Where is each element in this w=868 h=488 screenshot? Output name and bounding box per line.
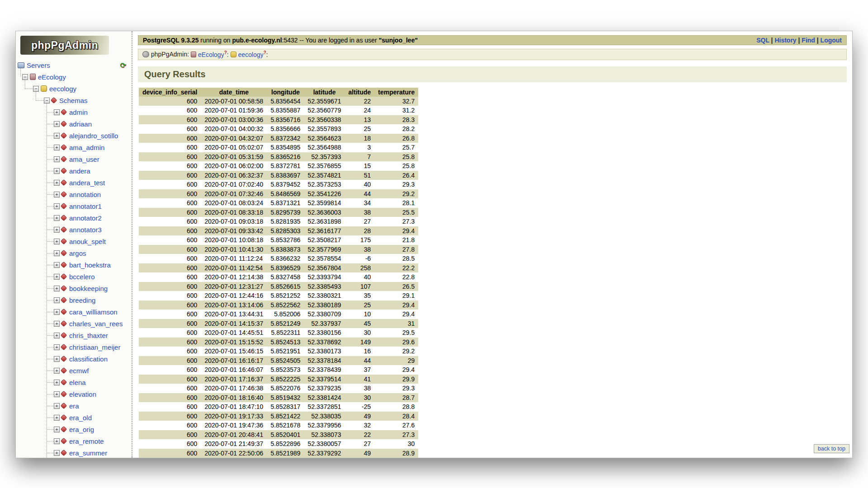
sidebar-item-schema[interactable]: +annotator2 — [16, 212, 132, 224]
expand-icon[interactable]: + — [54, 356, 60, 362]
expand-icon[interactable]: + — [54, 368, 60, 374]
sidebar-item-schema[interactable]: +argos — [16, 247, 132, 259]
sidebar-item-schema[interactable]: +ecmwf — [16, 365, 132, 376]
expand-icon[interactable]: + — [54, 450, 60, 456]
sidebar-item-schemas[interactable]: − Schemas — [16, 94, 132, 106]
sidebar-item-label[interactable]: christiaan_meijer — [69, 343, 120, 351]
sidebar-item-label[interactable]: elevation — [69, 390, 96, 398]
expand-icon[interactable]: + — [54, 168, 60, 174]
sidebar-item-label[interactable]: bart_hoekstra — [69, 261, 111, 269]
expand-icon[interactable]: + — [54, 274, 60, 280]
sidebar-item-server-eecology[interactable]: − eEcology — [16, 71, 132, 83]
expand-icon[interactable]: + — [54, 262, 60, 268]
sidebar-item-label[interactable]: chris_thaxter — [69, 332, 108, 339]
sidebar-item-label[interactable]: charles_van_rees — [69, 320, 123, 328]
sidebar-item-label[interactable]: argos — [69, 249, 86, 257]
sidebar-item-label[interactable]: era_old — [69, 414, 92, 422]
sidebar-item-database-eecology[interactable]: − eecology — [16, 83, 132, 94]
sidebar-item-label[interactable]: Servers — [27, 61, 50, 69]
sidebar-item-schema[interactable]: +elevation — [16, 388, 132, 400]
sidebar-item-label[interactable]: annotator1 — [69, 202, 102, 210]
sidebar-item-label[interactable]: breeding — [69, 296, 95, 304]
sidebar-item-label[interactable]: era_remote — [69, 437, 104, 445]
sidebar-item-label[interactable]: cara_williamson — [69, 308, 118, 316]
sidebar-item-label[interactable]: anouk_spelt — [69, 238, 106, 245]
sidebar-item-schema[interactable]: +alejandro_sotillo — [16, 130, 132, 141]
sidebar-item-label[interactable]: adriaan — [69, 120, 92, 128]
back-to-top-link[interactable]: back to top — [814, 444, 849, 453]
sidebar-item-schema[interactable]: +bccelero — [16, 271, 132, 282]
breadcrumb-server-link[interactable]: eEcology — [198, 51, 224, 58]
sidebar-item-schema[interactable]: +anouk_spelt — [16, 235, 132, 247]
expand-icon[interactable]: + — [54, 192, 60, 197]
sidebar-item-schema[interactable]: +era_orig — [16, 423, 132, 435]
sidebar-item-schema[interactable]: +annotator3 — [16, 224, 132, 235]
sidebar-item-schema[interactable]: +chris_thaxter — [16, 329, 132, 341]
expand-icon[interactable]: + — [54, 297, 60, 303]
topbar-link-logout[interactable]: Logout — [821, 37, 842, 44]
sidebar-item-schema[interactable]: +breeding — [16, 294, 132, 306]
collapse-icon[interactable]: − — [33, 86, 39, 92]
refresh-tree-icon[interactable]: ⟳ — [120, 61, 126, 70]
expand-icon[interactable]: + — [54, 427, 60, 432]
sidebar-item-schema[interactable]: +annotator1 — [16, 200, 132, 212]
topbar-link-find[interactable]: Find — [802, 37, 815, 44]
sidebar-item-label[interactable]: era — [69, 402, 79, 410]
sidebar-item-label[interactable]: Schemas — [59, 97, 88, 104]
sidebar-item-label[interactable]: alejandro_sotillo — [69, 132, 118, 140]
sidebar-item-schema[interactable]: +classification — [16, 353, 132, 365]
expand-icon[interactable]: + — [54, 380, 60, 385]
topbar-link-sql[interactable]: SQL — [756, 37, 769, 44]
sidebar-item-label[interactable]: annotator3 — [69, 226, 102, 234]
sidebar-item-label[interactable]: elena — [69, 379, 86, 386]
sidebar-item-label[interactable]: ecmwf — [69, 367, 89, 375]
sidebar-item-schema[interactable]: +era — [16, 400, 132, 412]
expand-icon[interactable]: + — [54, 121, 60, 127]
sidebar-item-label[interactable]: era_summer — [69, 449, 107, 457]
sidebar-item-label[interactable]: bookkeeping — [69, 285, 108, 292]
expand-icon[interactable]: + — [54, 391, 60, 397]
expand-icon[interactable]: + — [54, 239, 60, 244]
sidebar-item-schema[interactable]: +bookkeeping — [16, 282, 132, 294]
expand-icon[interactable]: + — [54, 403, 60, 409]
expand-icon[interactable]: + — [54, 321, 60, 327]
sidebar-item-schema[interactable]: +era_remote — [16, 435, 132, 447]
expand-icon[interactable]: + — [54, 309, 60, 315]
expand-icon[interactable]: + — [54, 215, 60, 221]
sidebar-item-label[interactable]: andera — [69, 167, 90, 175]
sidebar-item-label[interactable]: bccelero — [69, 273, 95, 281]
sidebar-item-schema[interactable]: +admin — [16, 106, 132, 118]
expand-icon[interactable]: + — [54, 145, 60, 150]
expand-icon[interactable]: + — [54, 286, 60, 291]
sidebar-item-schema[interactable]: +andera — [16, 165, 132, 177]
sidebar-item-schema[interactable]: +elena — [16, 376, 132, 388]
sidebar-item-label[interactable]: era_orig — [69, 426, 94, 433]
expand-icon[interactable]: + — [54, 415, 60, 421]
sidebar-item-label[interactable]: annotator2 — [69, 214, 102, 222]
collapse-icon[interactable]: − — [44, 98, 50, 103]
sidebar-item-schema[interactable]: +charles_van_rees — [16, 318, 132, 329]
expand-icon[interactable]: + — [54, 156, 60, 162]
expand-icon[interactable]: + — [54, 227, 60, 233]
sidebar-item-schema[interactable]: +ama_user — [16, 153, 132, 165]
sidebar-item-label[interactable]: classification — [69, 355, 108, 363]
sidebar-item-schema[interactable]: +era_old — [16, 412, 132, 423]
expand-icon[interactable]: + — [54, 333, 60, 338]
sidebar-item-schema[interactable]: +andera_test — [16, 177, 132, 188]
sidebar-item-schema[interactable]: +adriaan — [16, 118, 132, 130]
sidebar-item-schema[interactable]: +annotation — [16, 188, 132, 200]
breadcrumb-database-link[interactable]: eecology — [238, 51, 264, 58]
expand-icon[interactable]: + — [54, 438, 60, 444]
sidebar-item-label[interactable]: ama_admin — [69, 144, 104, 151]
collapse-icon[interactable]: − — [22, 74, 28, 80]
sidebar-item-label[interactable]: admin — [69, 108, 88, 116]
expand-icon[interactable]: + — [54, 109, 60, 115]
sidebar-item-label[interactable]: ama_user — [69, 155, 99, 163]
expand-icon[interactable]: + — [54, 203, 60, 209]
sidebar-item-servers[interactable]: Servers ⟳ — [16, 59, 132, 71]
expand-icon[interactable]: + — [54, 133, 60, 139]
sidebar-item-schema[interactable]: +bart_hoekstra — [16, 259, 132, 271]
topbar-link-history[interactable]: History — [774, 37, 796, 44]
sidebar-item-label[interactable]: andera_test — [69, 179, 105, 187]
sidebar-item-label[interactable]: annotation — [69, 191, 101, 198]
